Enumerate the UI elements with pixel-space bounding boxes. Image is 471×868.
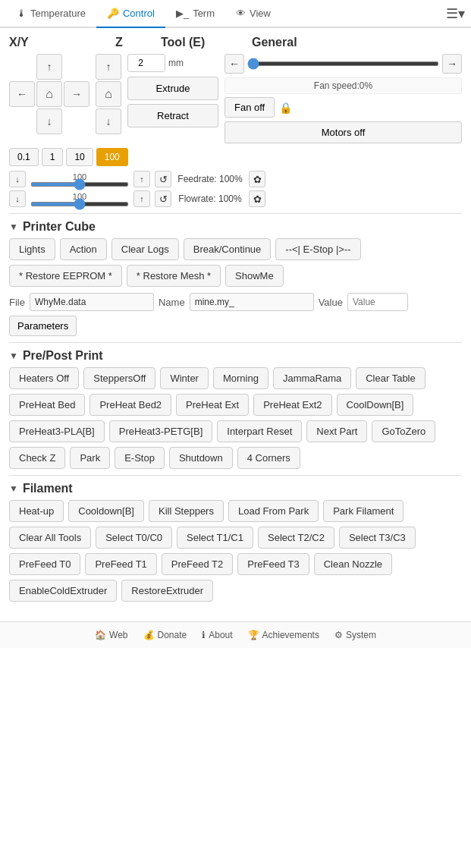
tab-control[interactable]: 🔑 Control (96, 0, 165, 28)
file-input[interactable] (30, 293, 154, 311)
preheat-ext-button[interactable]: PreHeat Ext (176, 394, 249, 416)
lights-button[interactable]: Lights (9, 238, 55, 260)
feedrate-row: ↓ 100 ↑ ↺ Feedrate: 100% ✿ (9, 171, 462, 187)
tab-temperature[interactable]: 🌡 Temperature (6, 0, 96, 28)
parameters-button[interactable]: Parameters (9, 316, 77, 336)
clean-nozzle-button[interactable]: Clean Nozzle (314, 553, 392, 575)
load-from-park-button[interactable]: Load From Park (228, 500, 319, 522)
tool-value-input[interactable] (127, 54, 165, 72)
step-100-button[interactable]: 100 (96, 148, 128, 166)
prefeed-t2-button[interactable]: PreFeed T2 (162, 553, 233, 575)
footer-achievements[interactable]: 🏆 Achievements (248, 630, 319, 640)
cooldown-b2-button[interactable]: Cooldown[B] (68, 500, 144, 522)
four-corners-button[interactable]: 4 Corners (237, 447, 300, 469)
heaters-off-button[interactable]: Heaters Off (9, 367, 79, 389)
e-stop-prepost-button[interactable]: E-Stop (115, 447, 165, 469)
feedrate-refresh-button[interactable]: ↺ (155, 171, 171, 187)
go-to-zero-button[interactable]: GoToZero (372, 420, 435, 442)
hamburger-menu[interactable]: ☰▾ (446, 5, 465, 22)
feedrate-label: Feedrate: 100% (176, 174, 244, 184)
general-column: ← → Fan speed:0% Fan off 🔒 Motors off (225, 54, 462, 143)
flowrate-refresh-button[interactable]: ↺ (155, 190, 171, 207)
select-t2c2-button[interactable]: Select T2/C2 (258, 527, 334, 549)
pre-post-section-header[interactable]: ▼ Pre/Post Print (9, 342, 462, 367)
select-t3c3-button[interactable]: Select T3/C3 (339, 527, 416, 549)
z-down-button[interactable]: ↓ (96, 108, 121, 134)
prefeed-t1-button[interactable]: PreFeed T1 (85, 553, 156, 575)
feedrate-slider[interactable] (30, 182, 129, 187)
showme-button[interactable]: ShowMe (225, 265, 284, 287)
estop-button[interactable]: --<| E-Stop |>-- (275, 238, 360, 260)
value-input[interactable] (347, 293, 408, 311)
action-button[interactable]: Action (60, 238, 107, 260)
check-z-button[interactable]: Check Z (9, 447, 65, 469)
footer-system[interactable]: ⚙ System (334, 630, 376, 640)
fan-right-button[interactable]: → (442, 54, 462, 74)
prefeed-t0-button[interactable]: PreFeed T0 (9, 553, 80, 575)
preheat-bed2-button[interactable]: PreHeat Bed2 (89, 394, 171, 416)
footer-donate[interactable]: 💰 Donate (143, 630, 187, 640)
fan-slider[interactable] (247, 61, 439, 66)
shutdown-button[interactable]: Shutdown (169, 447, 233, 469)
key-icon: 🔑 (107, 8, 119, 19)
next-part-button[interactable]: Next Part (306, 420, 367, 442)
tab-term[interactable]: ▶_ Term (165, 0, 225, 28)
flowrate-slider[interactable] (30, 202, 129, 206)
footer-about-label: About (209, 630, 232, 640)
fan-left-button[interactable]: ← (225, 54, 244, 74)
restore-mesh-button[interactable]: * Restore Mesh * (127, 265, 221, 287)
xy-up-button[interactable]: ↑ (36, 54, 62, 80)
winter-button[interactable]: Winter (160, 367, 209, 389)
filament-section-header[interactable]: ▼ Filament (9, 475, 462, 500)
park-filament-button[interactable]: Park Filament (323, 500, 403, 522)
xy-right-button[interactable]: → (64, 81, 89, 107)
park-button[interactable]: Park (70, 447, 110, 469)
web-icon: 🏠 (95, 630, 106, 640)
retract-button[interactable]: Retract (127, 104, 218, 127)
feedrate-settings-button[interactable]: ✿ (249, 171, 265, 187)
extrude-button[interactable]: Extrude (127, 77, 218, 100)
clear-all-tools-button[interactable]: Clear All Tools (9, 527, 91, 549)
printer-cube-section-header[interactable]: ▼ Printer Cube (9, 213, 462, 238)
xy-down-button[interactable]: ↓ (36, 108, 62, 134)
morning-button[interactable]: Morning (213, 367, 268, 389)
z-home-button[interactable]: ⌂ (96, 81, 121, 107)
interpart-reset-button[interactable]: Interpart Reset (217, 420, 302, 442)
restore-extruder-button[interactable]: RestoreExtruder (121, 580, 213, 602)
clear-logs-button[interactable]: Clear Logs (111, 238, 179, 260)
preheat3-petg-button[interactable]: PreHeat3-PETG[B] (109, 420, 213, 442)
flowrate-settings-button[interactable]: ✿ (249, 190, 265, 207)
preheat-ext2-button[interactable]: PreHeat Ext2 (253, 394, 331, 416)
preheat-bed-button[interactable]: PreHeat Bed (9, 394, 85, 416)
cooldown-b-button[interactable]: CoolDown[B] (337, 394, 414, 416)
enable-cold-extruder-button[interactable]: EnableColdExtruder (9, 580, 117, 602)
preheat3-pla-button[interactable]: PreHeat3-PLA[B] (9, 420, 105, 442)
select-t0c0-button[interactable]: Select T0/C0 (96, 527, 172, 549)
xy-home-button[interactable]: ⌂ (36, 81, 62, 107)
step-01-button[interactable]: 0.1 (9, 148, 39, 166)
feedrate-down-button[interactable]: ↓ (9, 171, 26, 187)
xy-left-button[interactable]: ← (9, 81, 35, 107)
footer-web[interactable]: 🏠 Web (95, 630, 127, 640)
heat-up-button[interactable]: Heat-up (9, 500, 64, 522)
jamma-rama-button[interactable]: JammaRama (273, 367, 351, 389)
flowrate-up-button[interactable]: ↑ (133, 190, 150, 207)
steppers-off-button[interactable]: SteppersOff (83, 367, 155, 389)
prefeed-t3-button[interactable]: PreFeed T3 (237, 553, 309, 575)
select-t1c1-button[interactable]: Select T1/C1 (177, 527, 253, 549)
feedrate-up-button[interactable]: ↑ (133, 171, 150, 187)
restore-eeprom-button[interactable]: * Restore EEPROM * (9, 265, 122, 287)
flowrate-down-button[interactable]: ↓ (9, 190, 26, 207)
clear-table-button[interactable]: Clear Table (356, 367, 425, 389)
step-10-button[interactable]: 10 (66, 148, 93, 166)
z-up-button[interactable]: ↑ (96, 54, 121, 80)
step-1-button[interactable]: 1 (42, 148, 64, 166)
footer-donate-label: Donate (158, 630, 187, 640)
tab-view[interactable]: 👁 View (225, 0, 281, 28)
break-continue-button[interactable]: Break/Continue (184, 238, 272, 260)
fan-off-button[interactable]: Fan off (225, 97, 275, 118)
name-input[interactable] (190, 293, 314, 311)
motors-off-button[interactable]: Motors off (225, 121, 462, 143)
kill-steppers-button[interactable]: Kill Steppers (149, 500, 224, 522)
footer-about[interactable]: ℹ About (202, 630, 232, 640)
